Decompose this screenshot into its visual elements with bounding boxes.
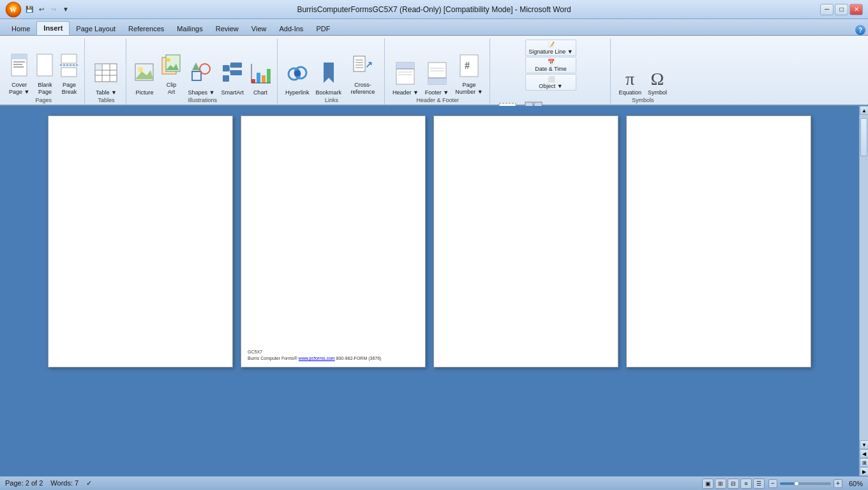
tab-view[interactable]: View	[245, 22, 273, 35]
svg-rect-29	[230, 70, 242, 75]
svg-line-31	[229, 65, 230, 68]
page-number-button[interactable]: # PageNumber ▼	[453, 46, 485, 97]
clip-art-label: ClipArt	[167, 82, 177, 96]
cover-page-button[interactable]: CoverPage ▼	[6, 46, 32, 97]
help-icon[interactable]: ?	[855, 25, 865, 35]
header-icon	[395, 61, 415, 88]
clip-art-icon	[161, 54, 181, 80]
svg-marker-26	[192, 63, 200, 70]
redo-quick-btn[interactable]: ↪	[49, 4, 59, 15]
equation-label: Equation	[618, 89, 641, 96]
scroll-thumb[interactable]	[860, 118, 867, 156]
save-quick-btn[interactable]: 💾	[24, 4, 34, 15]
smartart-button[interactable]: SmartArt	[218, 46, 246, 97]
document-page-4	[626, 115, 811, 368]
signature-line-button[interactable]: 📝 Signature Line ▼	[525, 40, 576, 56]
tab-pdf[interactable]: PDF	[310, 22, 336, 35]
svg-point-22	[167, 58, 170, 62]
cross-reference-button[interactable]: ↗ Cross-reference	[345, 46, 380, 97]
status-left: Page: 2 of 2 Words: 7 ✓	[5, 479, 92, 487]
outline-btn[interactable]: ≡	[740, 479, 752, 489]
symbol-label: Symbol	[648, 89, 667, 96]
footer-link[interactable]: www.pcforms.com	[299, 356, 335, 360]
hyperlink-button[interactable]: Hyperlink	[283, 46, 312, 97]
bookmark-icon	[318, 61, 339, 88]
footer-icon	[427, 61, 447, 88]
equation-button[interactable]: π Equation	[616, 46, 644, 97]
illustrations-items: Picture ClipArt	[131, 40, 273, 97]
links-group-label: Links	[325, 97, 338, 105]
signature-line-icon: 📝	[548, 41, 555, 48]
symbol-button[interactable]: Ω Symbol	[645, 46, 670, 97]
svg-rect-16	[95, 64, 102, 70]
close-btn[interactable]: ✕	[849, 4, 863, 15]
tab-mailings[interactable]: Mailings	[170, 22, 209, 35]
picture-button[interactable]: Picture	[131, 46, 157, 97]
clip-art-button[interactable]: ClipArt	[158, 46, 184, 97]
undo-quick-btn[interactable]: ↩	[36, 4, 47, 15]
document-area: GC5X7 Burris Computer Forms® www.pcforms…	[0, 106, 859, 476]
table-icon	[94, 61, 117, 88]
zoom-in-btn[interactable]: +	[834, 479, 842, 488]
svg-text:W: W	[10, 6, 17, 13]
zoom-slider-thumb[interactable]	[794, 481, 799, 486]
print-layout-btn[interactable]: ▣	[702, 479, 714, 489]
object-button[interactable]: ⬜ Object ▼	[525, 74, 576, 91]
footer-button[interactable]: Footer ▼	[423, 46, 451, 97]
zoom-out-btn[interactable]: −	[768, 479, 777, 488]
symbol-icon: Ω	[651, 70, 664, 88]
scroll-bottom-prev[interactable]: ◀	[860, 449, 868, 458]
svg-marker-42	[324, 63, 334, 83]
chart-button[interactable]: Chart	[248, 46, 273, 97]
shapes-button[interactable]: Shapes ▼	[185, 46, 217, 97]
office-logo[interactable]: W	[5, 1, 22, 18]
smartart-icon	[222, 61, 243, 88]
web-layout-btn[interactable]: ⊟	[728, 479, 739, 489]
window-controls: ─ □ ✕	[820, 4, 863, 15]
zoom-level[interactable]: 60%	[845, 480, 863, 487]
status-bar: Page: 2 of 2 Words: 7 ✓ ▣ ⊞ ⊟ ≡ ☰ − + 60…	[0, 476, 868, 490]
title-bar: W 💾 ↩ ↪ ▼ BurrisComputerFormsGC5X7 (Read…	[0, 0, 868, 19]
title-bar-left: W 💾 ↩ ↪ ▼	[5, 1, 71, 18]
tab-references[interactable]: References	[122, 22, 170, 35]
blank-page-button[interactable]: BlankPage	[33, 46, 56, 97]
tab-page-layout[interactable]: Page Layout	[70, 22, 122, 35]
svg-rect-7	[37, 54, 52, 76]
svg-rect-35	[262, 75, 266, 83]
svg-rect-34	[257, 73, 260, 83]
footer-label: Footer ▼	[425, 89, 449, 96]
tab-review[interactable]: Review	[209, 22, 245, 35]
quick-access-toolbar: 💾 ↩ ↪ ▼	[24, 4, 71, 15]
tab-home[interactable]: Home	[5, 22, 36, 35]
page-number-icon: #	[459, 54, 479, 80]
scroll-down-btn[interactable]: ▼	[860, 440, 868, 449]
date-time-button[interactable]: 📅 Date & Time	[525, 57, 576, 73]
zoom-slider-track[interactable]	[780, 482, 831, 485]
full-reading-btn[interactable]: ⊞	[715, 479, 726, 489]
restore-btn[interactable]: □	[835, 4, 848, 15]
spell-check-icon[interactable]: ✓	[86, 479, 92, 487]
page-break-button[interactable]: PageBreak	[57, 46, 80, 97]
svg-point-18	[138, 67, 143, 72]
draft-btn[interactable]: ☰	[753, 479, 765, 489]
pages-group-label: Pages	[35, 97, 52, 105]
tab-add-ins[interactable]: Add-Ins	[273, 22, 310, 35]
svg-text:#: #	[465, 60, 470, 71]
chart-icon	[250, 61, 271, 88]
bookmark-button[interactable]: Bookmark	[313, 46, 344, 97]
scroll-up-btn[interactable]: ▲	[860, 106, 868, 115]
table-button[interactable]: Table ▼	[90, 46, 122, 97]
customize-quick-btn[interactable]: ▼	[61, 4, 71, 15]
illustrations-group-label: Illustrations	[188, 97, 217, 105]
scroll-track[interactable]	[860, 115, 868, 440]
header-button[interactable]: Header ▼	[390, 46, 421, 97]
scroll-bottom-next[interactable]: ▶	[860, 467, 868, 476]
blank-page-icon	[36, 54, 54, 80]
minimize-btn[interactable]: ─	[820, 4, 834, 15]
view-buttons: ▣ ⊞ ⊟ ≡ ☰	[702, 479, 765, 489]
tab-insert[interactable]: Insert	[36, 21, 70, 35]
svg-line-32	[229, 68, 230, 73]
scroll-bottom-expand[interactable]: ⊞	[860, 458, 868, 467]
document-page-2: GC5X7 Burris Computer Forms® www.pcforms…	[241, 115, 426, 368]
vertical-scrollbar[interactable]: ▲ ▼ ◀ ⊞ ▶	[859, 106, 868, 476]
